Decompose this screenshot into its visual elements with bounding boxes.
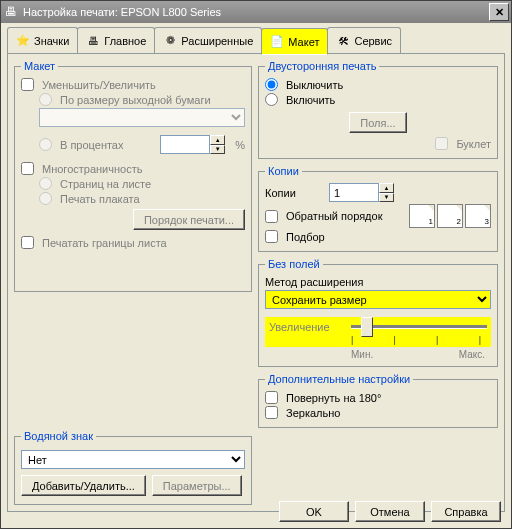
printer-icon: 🖶 [86, 34, 100, 48]
pages-per-sheet-label: Страниц на листе [60, 178, 151, 190]
duplex-on-radio[interactable] [265, 93, 278, 106]
print-order-button: Порядок печати... [133, 209, 245, 230]
dialog-buttons: OK Отмена Справка [279, 501, 501, 522]
tab-label: Расширенные [181, 35, 253, 47]
percent-sign: % [235, 139, 245, 151]
reduce-enlarge-checkbox[interactable] [21, 78, 34, 91]
copies-label: Копии [265, 187, 325, 199]
multipage-label: Многостраничность [42, 163, 142, 175]
close-button[interactable]: ✕ [489, 3, 509, 21]
duplex-off-label: Выключить [286, 79, 343, 91]
tab-service[interactable]: 🛠 Сервис [327, 27, 401, 53]
pages-per-sheet-radio [39, 177, 52, 190]
print-borders-label: Печатать границы листа [42, 237, 167, 249]
group-title: Без полей [265, 258, 323, 270]
group-copies: Копии Копии ▲▼ Обратный порядок 123 Подб… [258, 165, 498, 252]
collate-label: Подбор [286, 231, 325, 243]
group-duplex: Двусторонняя печать Выключить Включить П… [258, 60, 498, 159]
tab-label: Главное [104, 35, 146, 47]
percent-input [160, 135, 210, 154]
tab-extended[interactable]: ❁ Расширенные [154, 27, 262, 53]
ok-button[interactable]: OK [279, 501, 349, 522]
group-title: Копии [265, 165, 302, 177]
mirror-label: Зеркально [286, 407, 340, 419]
fit-page-label: По размеру выходной бумаги [60, 94, 211, 106]
duplex-on-label: Включить [286, 94, 335, 106]
tab-label: Значки [34, 35, 69, 47]
slider-min-label: Мин. [351, 349, 373, 360]
multipage-checkbox[interactable] [21, 162, 34, 175]
cancel-button[interactable]: Отмена [355, 501, 425, 522]
poster-radio [39, 192, 52, 205]
group-layout: Макет Уменьшить/Увеличить По размеру вых… [14, 60, 252, 292]
booklet-label: Буклет [456, 138, 491, 150]
group-borderless: Без полей Метод расширения Сохранить раз… [258, 258, 498, 367]
wrench-icon: 🛠 [336, 34, 350, 48]
percent-stepper: ▲▼ [210, 135, 225, 154]
percent-radio [39, 138, 52, 151]
collate-preview-icon: 123 [409, 204, 491, 228]
mirror-checkbox[interactable] [265, 406, 278, 419]
watermark-add-button[interactable]: Добавить/Удалить... [21, 475, 146, 496]
watermark-select[interactable]: Нет [21, 450, 245, 469]
reverse-order-checkbox[interactable] [265, 210, 278, 223]
group-title: Дополнительные настройки [265, 373, 413, 385]
enlargement-label: Увеличение [269, 321, 343, 333]
star-icon: ⭐ [16, 34, 30, 48]
duplex-off-radio[interactable] [265, 78, 278, 91]
tab-panel-layout: Макет Уменьшить/Увеличить По размеру вых… [7, 53, 505, 512]
enlargement-slider-row: Увеличение |||| [265, 317, 491, 347]
slider-max-label: Макс. [459, 349, 485, 360]
percent-label: В процентах [60, 139, 124, 151]
group-title: Двусторонняя печать [265, 60, 379, 72]
page-icon: 📄 [270, 35, 284, 49]
copies-input[interactable] [329, 183, 379, 202]
tab-layout[interactable]: 📄 Макет [261, 28, 328, 55]
collate-checkbox[interactable] [265, 230, 278, 243]
watermark-params-button: Параметры... [152, 475, 242, 496]
tab-main[interactable]: 🖶 Главное [77, 27, 155, 53]
output-paper-select [39, 108, 245, 127]
margins-button: Поля... [349, 112, 406, 133]
copies-stepper[interactable]: ▲▼ [379, 183, 394, 202]
window-title: Настройка печати: EPSON L800 Series [23, 6, 489, 18]
printer-icon: 🖶 [3, 4, 19, 20]
rotate-180-checkbox[interactable] [265, 391, 278, 404]
group-more: Дополнительные настройки Повернуть на 18… [258, 373, 498, 428]
print-settings-window: 🖶 Настройка печати: EPSON L800 Series ✕ … [0, 0, 512, 529]
rotate-180-label: Повернуть на 180° [286, 392, 381, 404]
group-title: Водяной знак [21, 430, 96, 442]
tab-icons[interactable]: ⭐ Значки [7, 27, 78, 53]
gear-icon: ❁ [163, 34, 177, 48]
fit-page-radio [39, 93, 52, 106]
tab-label: Сервис [354, 35, 392, 47]
tab-label: Макет [288, 36, 319, 48]
print-borders-checkbox[interactable] [21, 236, 34, 249]
group-title: Макет [21, 60, 58, 72]
tab-bar: ⭐ Значки 🖶 Главное ❁ Расширенные 📄 Макет… [1, 23, 511, 54]
reduce-enlarge-label: Уменьшить/Увеличить [42, 79, 156, 91]
expansion-method-label: Метод расширения [265, 276, 363, 288]
poster-label: Печать плаката [60, 193, 140, 205]
expansion-method-select[interactable]: Сохранить размер [265, 290, 491, 309]
enlargement-slider[interactable] [351, 325, 487, 329]
booklet-checkbox [435, 137, 448, 150]
titlebar: 🖶 Настройка печати: EPSON L800 Series ✕ [1, 1, 511, 23]
group-watermark: Водяной знак Нет Добавить/Удалить... Пар… [14, 430, 252, 505]
reverse-order-label: Обратный порядок [286, 210, 382, 222]
help-button[interactable]: Справка [431, 501, 501, 522]
slider-thumb[interactable] [361, 317, 373, 337]
